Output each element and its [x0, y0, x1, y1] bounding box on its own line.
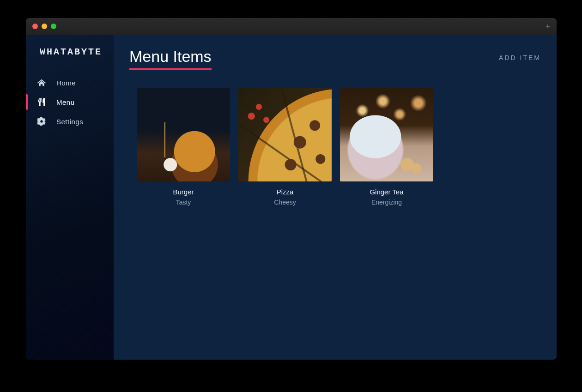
menu-card-name: Pizza: [238, 188, 332, 196]
plus-icon: [545, 23, 551, 30]
window-title-bar: [26, 18, 557, 35]
sidebar: WHATABYTE Home Menu: [26, 35, 114, 360]
menu-card-description: Tasty: [137, 199, 230, 206]
menu-card-description: Energizing: [340, 199, 433, 206]
sidebar-nav: Home Menu Settings: [26, 73, 114, 131]
menu-card-image: [238, 88, 332, 181]
menu-card-description: Cheesy: [238, 199, 332, 206]
maximize-window-button[interactable]: [51, 24, 56, 29]
menu-grid: Burger Tasty Pizza Cheesy Ginger Tea Ene…: [129, 88, 541, 206]
minimize-window-button[interactable]: [42, 24, 47, 29]
menu-card-image: [340, 88, 433, 181]
home-icon: [37, 78, 46, 87]
main-content: Menu Items ADD ITEM Burger Tasty Pizza C…: [114, 35, 557, 360]
sidebar-item-menu[interactable]: Menu: [26, 92, 114, 112]
add-item-button[interactable]: ADD ITEM: [499, 54, 541, 61]
gear-icon: [37, 117, 46, 126]
sidebar-item-home[interactable]: Home: [26, 73, 114, 92]
menu-card-name: Ginger Tea: [340, 188, 433, 196]
menu-card[interactable]: Burger Tasty: [137, 88, 230, 206]
sidebar-item-label: Settings: [56, 118, 83, 126]
sidebar-item-label: Home: [56, 79, 76, 87]
page-title: Menu Items: [129, 48, 212, 70]
app-body: WHATABYTE Home Menu: [26, 35, 557, 360]
brand-logo: WHATABYTE: [26, 35, 114, 69]
close-window-button[interactable]: [32, 24, 38, 29]
app-window: WHATABYTE Home Menu: [26, 18, 557, 360]
traffic-lights: [32, 24, 56, 29]
menu-card[interactable]: Pizza Cheesy: [238, 88, 332, 206]
new-tab-button[interactable]: [543, 21, 553, 31]
menu-card[interactable]: Ginger Tea Energizing: [340, 88, 433, 206]
menu-card-image: [137, 88, 230, 181]
sidebar-item-settings[interactable]: Settings: [26, 112, 114, 131]
utensils-icon: [37, 98, 46, 106]
sidebar-item-label: Menu: [56, 98, 75, 106]
menu-card-name: Burger: [137, 188, 230, 196]
